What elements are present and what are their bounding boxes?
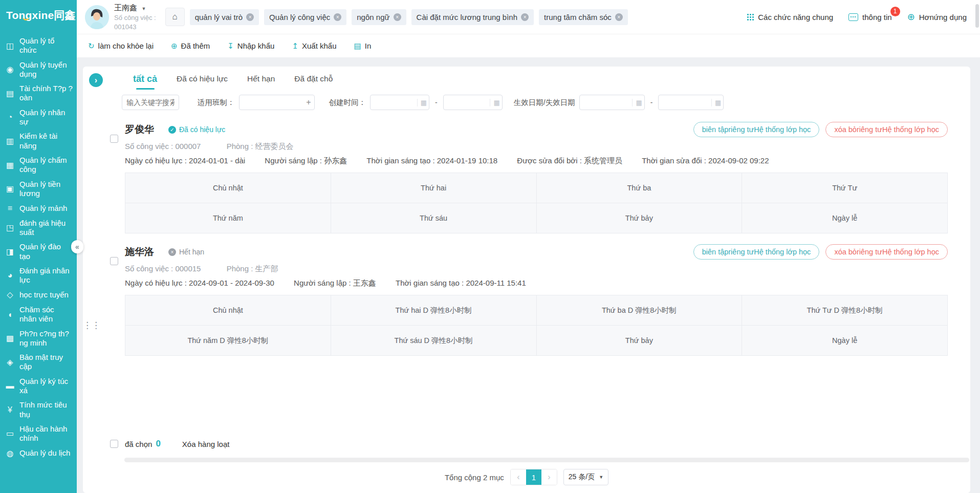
tag-label: Cài đặt mức lương trung bình <box>417 13 518 22</box>
prev-page-button[interactable]: ‹ <box>511 469 526 485</box>
avatar[interactable] <box>85 5 109 29</box>
sidebar-collapse-button[interactable]: « <box>71 240 83 253</box>
week-cell[interactable]: Thứ Tư <box>742 173 948 203</box>
sidebar-item-payroll[interactable]: ▣Quản lý tiền lương <box>0 177 77 201</box>
close-icon[interactable]: × <box>615 13 623 21</box>
sidebar-item-finance[interactable]: ▤Tài chính T?p ?oàn <box>0 81 77 105</box>
shift-select-input[interactable] <box>239 95 315 110</box>
next-page-button[interactable]: › <box>541 469 557 485</box>
sidebar-item-travel[interactable]: ◍Quản lý du lịch <box>0 446 77 461</box>
status-badge: × Hết hạn <box>168 248 204 256</box>
sidebar-item-dormitory[interactable]: ▬Quản lý ký túc xá <box>0 374 77 398</box>
sidebar-item-elearning[interactable]: ◇học trực tuyến <box>0 287 77 303</box>
document-icon: ▥ <box>5 136 15 146</box>
close-icon[interactable]: × <box>521 13 529 21</box>
search-input[interactable] <box>122 95 179 110</box>
sidebar-item-talent-inventory[interactable]: ▥Kiểm kê tài năng <box>0 129 77 153</box>
sidebar-item-manpower-evaluation[interactable]: ◕Đánh giá nhân lực <box>0 264 77 288</box>
effective-date-from-input[interactable] <box>579 95 645 110</box>
sidebar-item-employee-care[interactable]: ◖Chăm sóc nhân viên <box>0 303 77 327</box>
common-functions-button[interactable]: Các chức năng chung <box>747 13 833 22</box>
sidebar-item-piecework[interactable]: ≡Quản lý mảnh <box>0 201 77 216</box>
drag-handle-icon[interactable]: ⋮⋮⋮ <box>83 323 100 328</box>
user-job-label: Số công việc : <box>114 14 156 22</box>
bulk-delete-button[interactable]: Xóa hàng loạt <box>182 440 230 448</box>
messages-button[interactable]: thông tin 1 <box>848 13 892 22</box>
table-row: Thứ năm Thứ sáu Thứ bảy Ngày lễ <box>125 203 948 233</box>
print-button[interactable]: ▤ In <box>354 41 372 51</box>
breadcrumb-tag-job-management[interactable]: Quản lý công việc × <box>264 9 346 25</box>
record-checkbox[interactable] <box>110 135 118 143</box>
effective-date-to-input[interactable] <box>658 95 724 110</box>
sidebar-item-performance[interactable]: ◳đánh giá hiệu suất <box>0 216 77 240</box>
week-cell[interactable]: Chủ nhật <box>125 295 331 326</box>
week-cell[interactable]: Thứ bảy <box>536 326 742 356</box>
week-cell[interactable]: Thứ sáu D 弹性8小时制 <box>331 326 536 356</box>
select-all-checkbox[interactable] <box>110 440 118 448</box>
refresh-button[interactable]: ↻ làm cho khỏe lại <box>88 41 154 51</box>
week-cell[interactable]: Ngày lễ <box>742 203 948 233</box>
delete-button[interactable]: xóa bỏriêng tưHệ thống lớp học <box>825 122 948 137</box>
sidebar-item-attendance[interactable]: ▦Quản lý chấm công <box>0 153 77 177</box>
breadcrumb-tag-role-management[interactable]: quản lý vai trò × <box>190 9 259 25</box>
user-menu[interactable]: 王南鑫 ▼ Số công việc : 001043 <box>114 3 156 31</box>
home-button[interactable]: ⌂ <box>165 8 185 26</box>
gate-icon: ◈ <box>5 357 15 368</box>
pagination-total: Tổng cộng 2 mục <box>445 473 504 482</box>
status-label: Hết hạn <box>179 248 204 256</box>
week-cell[interactable]: Thứ hai D 弹性8小时制 <box>331 295 536 326</box>
sidebar-nav: ◫Quản lý tổ chức ◉Quản lý tuyển dụng ▤Tà… <box>0 34 77 461</box>
apps-plus-icon: ⊕ <box>907 12 915 22</box>
week-cell[interactable]: Ngày lễ <box>742 326 948 356</box>
horizontal-scrollbar[interactable] <box>124 458 969 462</box>
sidebar-item-consumption[interactable]: ¥Tính mức tiêu thụ <box>0 398 77 422</box>
current-page-button[interactable]: 1 <box>526 469 541 485</box>
import-button[interactable]: ↧ Nhập khẩu <box>227 41 274 51</box>
week-cell[interactable]: Chủ nhật <box>125 173 331 203</box>
sidebar-item-smart-hardware[interactable]: ▩Ph?n c?ng th?ng minh <box>0 327 77 351</box>
sidebar-item-access-security[interactable]: ◈Bảo mật truy cập <box>0 350 77 374</box>
week-cell[interactable]: Thứ năm D 弹性8小时制 <box>125 326 331 356</box>
plus-circle-icon: ⊕ <box>171 41 178 51</box>
tab-expired[interactable]: Hết hạn <box>247 74 275 90</box>
vertical-scrollbar-thumb[interactable] <box>975 4 979 28</box>
close-icon[interactable]: × <box>394 13 401 21</box>
sidebar-item-label: Tính mức tiêu thụ <box>19 400 73 419</box>
week-cell[interactable]: Thứ năm <box>125 203 331 233</box>
week-cell[interactable]: Thứ ba D 弹性8小时制 <box>536 295 742 326</box>
week-cell[interactable]: Thứ ba <box>536 173 742 203</box>
app-logo-text: Tongxine同鑫 <box>6 9 76 21</box>
export-button[interactable]: ↥ Xuất khẩu <box>292 41 336 51</box>
sidebar-item-hr[interactable]: ◔Quản lý nhân sự <box>0 105 77 130</box>
created-date-from-input[interactable] <box>370 95 429 110</box>
export-icon: ↥ <box>292 41 298 51</box>
close-icon[interactable]: × <box>334 13 341 21</box>
breadcrumb-tag-average-salary[interactable]: Cài đặt mức lương trung bình × <box>411 9 534 25</box>
edit-button[interactable]: biên tậpriêng tưHệ thống lớp học <box>693 122 820 137</box>
breadcrumb-tag-language[interactable]: ngôn ngữ × <box>352 9 406 25</box>
sidebar-item-training[interactable]: ◨Quản lý đào tạo <box>0 240 77 264</box>
created-date-to-input[interactable] <box>443 95 503 110</box>
week-cell[interactable]: Thứ bảy <box>536 203 742 233</box>
expand-panel-button[interactable]: › <box>89 73 103 87</box>
page-size-select[interactable]: 25 条/页 ▼ <box>563 469 608 485</box>
tab-valid[interactable]: Đã có hiệu lực <box>177 74 228 90</box>
edit-button[interactable]: biên tậpriêng tưHệ thống lớp học <box>693 244 820 260</box>
delete-button[interactable]: xóa bỏriêng tưHệ thống lớp học <box>825 244 948 260</box>
add-button[interactable]: ⊕ Đã thêm <box>171 41 210 51</box>
record-checkbox[interactable] <box>110 257 118 265</box>
recruitment-icon: ◉ <box>5 65 15 75</box>
tab-reserved[interactable]: Đã đặt chỗ <box>294 74 333 90</box>
week-cell[interactable]: Thứ sáu <box>331 203 536 233</box>
week-cell[interactable]: Thứ hai <box>331 173 536 203</box>
sidebar-item-admin-logistics[interactable]: ▭Hậu cần hành chính <box>0 422 77 446</box>
sidebar-item-organization[interactable]: ◫Quản lý tổ chức <box>0 34 77 58</box>
tab-all[interactable]: tất cả <box>133 74 157 90</box>
close-icon[interactable]: × <box>246 13 254 21</box>
breadcrumb-tag-care-center[interactable]: trung tâm chăm sóc × <box>539 9 628 25</box>
x-circle-icon: × <box>168 248 176 256</box>
more-apps-button[interactable]: ⊕ Hơnứng dụng <box>907 12 967 22</box>
sidebar-item-recruitment[interactable]: ◉Quản lý tuyển dụng <box>0 58 77 82</box>
week-cell[interactable]: Thứ Tư D 弹性8小时制 <box>742 295 948 326</box>
shift-filter-label: 适用班制： <box>198 98 235 108</box>
